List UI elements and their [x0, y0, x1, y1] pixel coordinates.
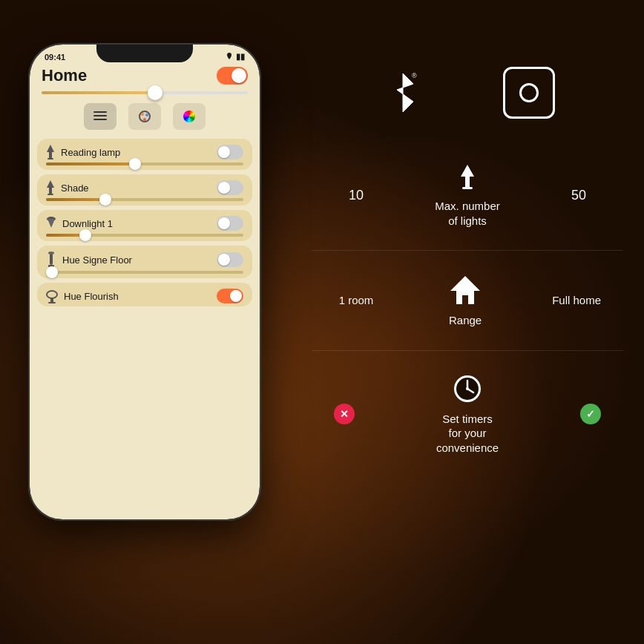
light-toggle[interactable]: [217, 180, 243, 195]
bridge-icon-box: [503, 67, 555, 119]
light-list: Reading lamp: [30, 139, 260, 311]
light-item-left: Shade: [46, 180, 89, 195]
svg-marker-14: [47, 219, 55, 228]
battery-icon: ▮▮: [236, 52, 245, 62]
tab-bar: [42, 99, 248, 134]
range-label: Range: [449, 313, 482, 328]
app-header: Home: [30, 65, 260, 90]
slider-fill: [46, 198, 105, 201]
light-name: Hue Flourish: [64, 291, 119, 302]
list-item: Hue Flourish: [37, 283, 252, 306]
svg-marker-22: [461, 165, 474, 177]
bt-range-value: 1 room: [334, 294, 378, 306]
light-item-left: Reading lamp: [46, 145, 120, 160]
feature-lamp-icon: [459, 163, 476, 191]
svg-rect-11: [49, 188, 52, 194]
phone-notch: [96, 45, 193, 62]
bluetooth-svg: ®: [387, 70, 419, 115]
list-item: Shade: [37, 174, 252, 206]
timers-label: Set timers for your convenience: [436, 412, 499, 456]
light-slider[interactable]: [46, 162, 243, 165]
phone-mockup: 09:41 ▮▮ Home: [30, 45, 275, 601]
timers-center: Set timers for your convenience: [355, 373, 580, 456]
status-time: 09:41: [45, 53, 65, 62]
timers-row: ✕ Set timers for your convenience ✓: [312, 358, 623, 470]
svg-point-30: [466, 387, 469, 390]
light-item-row: Hue Flourish: [46, 289, 243, 303]
light-name: Downlight 1: [62, 218, 113, 229]
bridge-max-lights-value: 50: [556, 188, 601, 203]
light-slider[interactable]: [46, 234, 243, 237]
light-toggle[interactable]: [217, 216, 243, 231]
bt-timers-value: ✕: [334, 404, 355, 424]
max-lights-row: 10 Max. number of lights 50: [312, 148, 623, 243]
bridge-inner-circle: [519, 83, 539, 102]
svg-rect-1: [93, 115, 107, 116]
home-toggle[interactable]: [217, 67, 248, 85]
svg-marker-10: [47, 180, 54, 188]
slider-thumb: [46, 266, 58, 278]
color-wheel-icon: [183, 111, 195, 122]
svg-point-5: [145, 114, 148, 116]
bluetooth-icon: ®: [381, 67, 425, 119]
range-row: 1 room Range Full home: [312, 258, 623, 343]
divider: [312, 250, 623, 251]
svg-rect-9: [47, 158, 53, 160]
app-title: Home: [42, 66, 87, 85]
svg-rect-24: [462, 187, 473, 189]
slider-fill: [46, 162, 135, 165]
light-name: Hue Signe Floor: [62, 254, 132, 266]
tab-list[interactable]: [84, 103, 116, 130]
flourish-icon: [46, 289, 58, 303]
svg-rect-19: [50, 298, 53, 302]
svg-rect-0: [93, 111, 107, 113]
list-item: Downlight 1: [37, 210, 252, 241]
list-icon: [93, 111, 107, 122]
list-item: Hue Signe Floor: [37, 246, 252, 278]
svg-text:®: ®: [412, 72, 417, 79]
light-name: Reading lamp: [61, 147, 120, 158]
home-icon: [449, 273, 482, 306]
svg-rect-8: [49, 152, 52, 158]
location-icon: [226, 53, 233, 62]
svg-point-4: [141, 113, 144, 116]
slider-thumb: [79, 229, 91, 241]
light-item-left: Hue Signe Floor: [46, 252, 132, 268]
svg-marker-25: [450, 276, 480, 304]
light-item-row: Hue Signe Floor: [46, 252, 243, 268]
light-item-left: Hue Flourish: [46, 289, 119, 303]
svg-rect-15: [50, 253, 53, 265]
brightness-slider[interactable]: [42, 91, 248, 94]
bluetooth-icon-box: ®: [381, 67, 425, 119]
clock-icon: [452, 373, 483, 404]
phone-screen: 09:41 ▮▮ Home: [30, 45, 260, 519]
status-right: ▮▮: [226, 52, 245, 62]
svg-point-18: [47, 291, 57, 298]
svg-rect-23: [465, 177, 470, 187]
comparison-panel: ® 10 Max. number of lights 50: [312, 45, 623, 623]
svg-marker-7: [47, 145, 54, 152]
light-name: Shade: [61, 183, 89, 194]
light-toggle[interactable]: [217, 145, 243, 160]
light-toggle[interactable]: [217, 252, 243, 267]
light-slider[interactable]: [46, 198, 243, 201]
list-item: Reading lamp: [37, 139, 252, 170]
bridge-timers-value: ✓: [580, 404, 601, 424]
signe-floor-icon: [46, 252, 56, 268]
svg-rect-12: [47, 194, 53, 195]
max-lights-label: Max. number of lights: [435, 199, 500, 228]
bridge-icon: [503, 67, 555, 119]
lamp-icon: [46, 180, 55, 195]
max-lights-center: Max. number of lights: [378, 163, 556, 228]
brightness-fill: [42, 91, 155, 94]
light-item-row: Downlight 1: [46, 216, 243, 231]
light-toggle[interactable]: [217, 289, 243, 303]
bt-max-lights-value: 10: [334, 188, 378, 203]
light-item-left: Downlight 1: [46, 216, 113, 231]
svg-point-6: [143, 118, 146, 121]
svg-rect-2: [93, 119, 107, 120]
light-slider[interactable]: [46, 271, 243, 274]
connection-icons-row: ®: [312, 45, 623, 148]
tab-scenes[interactable]: [128, 103, 161, 130]
tab-colors[interactable]: [173, 103, 206, 130]
